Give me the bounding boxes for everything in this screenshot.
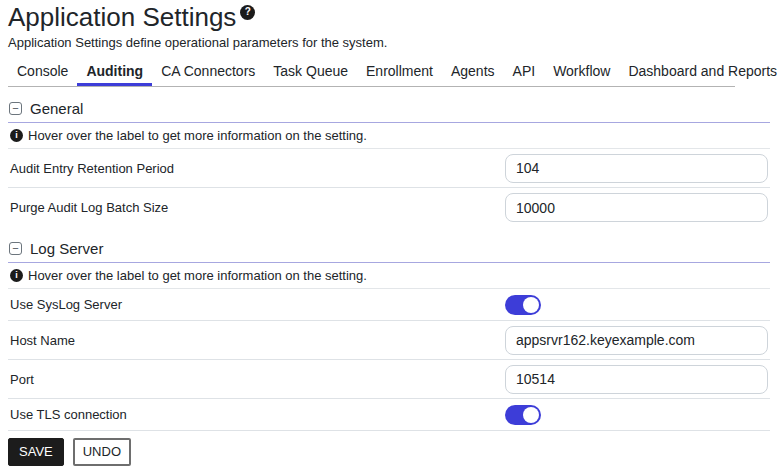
tab-enrollment[interactable]: Enrollment: [357, 59, 442, 86]
section-general: − General i Hover over the label to get …: [8, 95, 770, 227]
tab-agents[interactable]: Agents: [442, 59, 504, 86]
tab-task-queue[interactable]: Task Queue: [264, 59, 357, 86]
field-row-host-name: Host Name: [8, 321, 770, 360]
field-control: [505, 295, 768, 315]
tab-dashboard-and-reports[interactable]: Dashboard and Reports: [619, 59, 779, 86]
page-title-text: Application Settings: [8, 2, 236, 32]
field-label: Audit Entry Retention Period: [10, 161, 505, 176]
page-title: Application Settings?: [8, 2, 770, 32]
info-note-text: Hover over the label to get more informa…: [28, 268, 367, 283]
use-syslog-server-toggle[interactable]: [505, 295, 541, 315]
info-icon: i: [10, 269, 23, 282]
field-control: [505, 405, 768, 425]
field-control: [505, 365, 768, 394]
field-label: Host Name: [10, 333, 505, 348]
section-log-server: − Log Server i Hover over the label to g…: [8, 235, 770, 431]
field-control: [505, 193, 768, 222]
port-input[interactable]: [505, 365, 768, 394]
field-row-purge-audit-log-batch-size: Purge Audit Log Batch Size: [8, 188, 770, 227]
info-note: i Hover over the label to get more infor…: [8, 123, 770, 149]
section-general-header: − General: [8, 95, 770, 123]
host-name-input[interactable]: [505, 326, 768, 355]
section-log-server-header: − Log Server: [8, 235, 770, 263]
settings-tabbar: Console Auditing CA Connectors Task Queu…: [8, 59, 735, 87]
field-label: Use TLS connection: [10, 407, 505, 422]
tab-workflow[interactable]: Workflow: [544, 59, 619, 86]
tab-api[interactable]: API: [504, 59, 545, 86]
info-note: i Hover over the label to get more infor…: [8, 263, 770, 289]
application-settings-page: Application Settings? Application Settin…: [0, 0, 779, 471]
field-control: [505, 326, 768, 355]
field-row-port: Port: [8, 360, 770, 399]
purge-audit-log-batch-size-input[interactable]: [505, 193, 768, 222]
tab-auditing[interactable]: Auditing: [77, 59, 152, 86]
info-note-text: Hover over the label to get more informa…: [28, 128, 367, 143]
audit-entry-retention-period-input[interactable]: [505, 154, 768, 183]
field-label: Purge Audit Log Batch Size: [10, 200, 505, 215]
field-row-use-syslog-server: Use SysLog Server: [8, 289, 770, 321]
field-label: Use SysLog Server: [10, 297, 505, 312]
field-row-audit-entry-retention-period: Audit Entry Retention Period: [8, 149, 770, 188]
section-log-server-title: Log Server: [30, 240, 103, 257]
info-icon: i: [10, 129, 23, 142]
tab-ca-connectors[interactable]: CA Connectors: [152, 59, 264, 86]
use-tls-connection-toggle[interactable]: [505, 405, 541, 425]
field-control: [505, 154, 768, 183]
field-label: Port: [10, 372, 505, 387]
page-subtitle: Application Settings define operational …: [8, 35, 770, 51]
undo-button[interactable]: UNDO: [73, 438, 131, 466]
section-general-title: General: [30, 100, 83, 117]
field-row-use-tls-connection: Use TLS connection: [8, 399, 770, 431]
save-button[interactable]: SAVE: [8, 438, 64, 466]
tab-console[interactable]: Console: [8, 59, 77, 86]
action-bar: SAVE UNDO: [8, 431, 770, 471]
help-icon[interactable]: ?: [240, 5, 255, 20]
collapse-icon[interactable]: −: [9, 242, 22, 255]
collapse-icon[interactable]: −: [9, 102, 22, 115]
